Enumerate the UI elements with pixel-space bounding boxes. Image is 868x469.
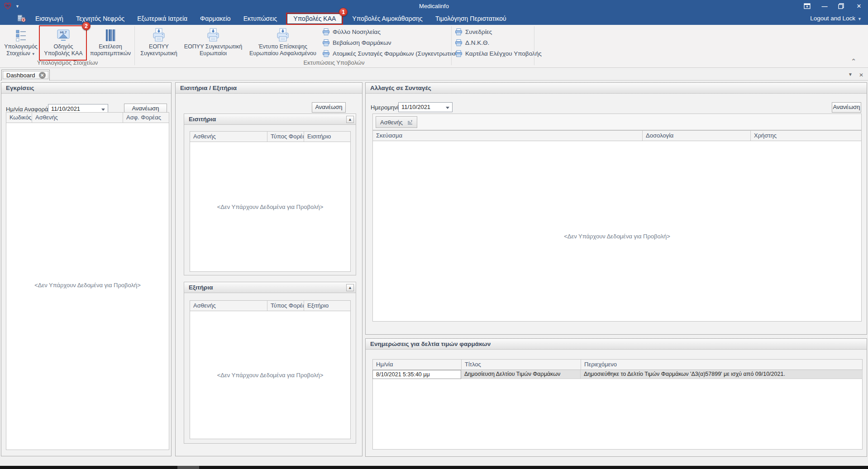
column-header[interactable]: Δοσολογία bbox=[643, 131, 751, 141]
printer-icon bbox=[455, 39, 463, 47]
collapse-icon[interactable]: ▲ bbox=[346, 116, 354, 123]
button-label: ΕΟΠΥΥ bbox=[149, 43, 169, 50]
tabstrip-close-icon[interactable]: ✕ bbox=[859, 72, 863, 78]
printer-icon bbox=[322, 50, 330, 57]
column-header[interactable]: Τίτλος bbox=[462, 360, 581, 370]
button-label: Υπολογισμός bbox=[4, 43, 37, 50]
button-label: Ευρωπαίοι bbox=[200, 50, 227, 57]
date-label: Ημ/νία Αναφοράς bbox=[6, 106, 51, 113]
subpanel-title: Εισιτήρια bbox=[184, 114, 356, 125]
ribbon-group-label-ektyposeis: Εκτυπώσεις Υποβολών bbox=[135, 59, 533, 66]
application-icon[interactable] bbox=[16, 13, 26, 23]
column-header[interactable]: Περιεχόμενο bbox=[581, 360, 862, 370]
admissions-refresh-button[interactable]: Ανανέωση bbox=[312, 102, 346, 113]
bulletin-content-cell[interactable]: Δημοσιεύθηκε το Δελτίο Τιμών Φαρμάκων 'Δ… bbox=[581, 370, 863, 379]
button-label: Ευρωπαίου Ασφαλισμένου bbox=[249, 50, 316, 57]
hl7-icon: HL7 bbox=[56, 27, 71, 43]
button-label: Συγκεντρωτική bbox=[140, 50, 177, 57]
ribbon-button-ektelesi-parapemptikon[interactable]: Εκτέλεση παραπεμπτικών bbox=[88, 27, 133, 57]
bulletin-title-cell[interactable]: Δημοσίευση Δελτίου Τιμών Φαρμάκων bbox=[461, 370, 581, 379]
ribbon-button-odigos-ypovolis-kaa[interactable]: HL7 Οδηγός Υποβολής ΚΑΑ bbox=[40, 27, 86, 57]
column-header[interactable]: Εισιτήριο bbox=[304, 132, 350, 142]
ribbon-button-ypologismos-stoixeion[interactable]: Υπολογισμός Στοιχείων▼ bbox=[2, 27, 40, 57]
maximize-restore-button[interactable] bbox=[838, 3, 845, 9]
menu-bar: Εισαγωγή Τεχνητός Νεφρός Εξωτερικά Ιατρε… bbox=[0, 12, 868, 25]
button-label: παραπεμπτικών bbox=[90, 50, 131, 57]
column-header[interactable]: Τύπος Φορέα bbox=[267, 132, 304, 142]
ribbon-button-dnkth[interactable]: Δ.Ν.Κ.Θ. bbox=[455, 39, 489, 47]
menu-tab-ypovoles-kaa-selected[interactable]: Υποβολές ΚΑΑ bbox=[287, 14, 342, 24]
ribbon-button-fyllo-nosileias[interactable]: Φύλλο Νοσηλείας bbox=[322, 28, 381, 36]
menu-tab-ektyposeis[interactable]: Εκτυπώσεις bbox=[237, 13, 284, 24]
window-controls: — ✕ bbox=[804, 3, 863, 9]
printer-icon bbox=[455, 50, 463, 57]
ribbon: Υπολογισμός Στοιχείων▼ HL7 Οδηγός Υποβολ… bbox=[0, 25, 868, 68]
panel-title: Αλλαγές σε Συνταγές bbox=[366, 83, 867, 94]
button-label: Στοιχείων▼ bbox=[6, 50, 35, 57]
column-header[interactable]: Ημ/νία bbox=[373, 360, 462, 370]
panel-admissions: Εισιτήρια / Εξιτήρια Ανανέωση Εισιτήρια … bbox=[175, 82, 362, 456]
column-header[interactable]: Ασθενής bbox=[190, 132, 267, 142]
barcode-icon bbox=[103, 27, 118, 43]
panel-title: Εισιτήρια / Εξιτήρια bbox=[176, 83, 362, 94]
chip-label: Ασθενής bbox=[380, 119, 403, 126]
column-header[interactable]: Εξιτήριο bbox=[304, 301, 350, 311]
column-header[interactable]: Σκεύασμα bbox=[373, 131, 643, 141]
minimize-button[interactable]: — bbox=[821, 3, 828, 9]
menu-tab-texnitos-nefros[interactable]: Τεχνητός Νεφρός bbox=[70, 13, 131, 24]
close-button[interactable]: ✕ bbox=[855, 3, 863, 9]
ribbon-display-options-icon[interactable] bbox=[804, 3, 811, 9]
printer-icon bbox=[322, 28, 330, 36]
printer-icon bbox=[205, 27, 221, 43]
annotation-box-tab: Υποβολές ΚΑΑ 1 bbox=[286, 13, 343, 25]
ribbon-button-vevaiosi-farmakon[interactable]: Βεβαίωση Φαρμάκων bbox=[322, 39, 391, 47]
printer-icon bbox=[275, 27, 291, 43]
column-header[interactable]: Τύπος Φορέα bbox=[267, 301, 304, 311]
menu-tab-exoterika-iatreia[interactable]: Εξωτερικά Ιατρεία bbox=[131, 13, 194, 24]
collapse-icon[interactable]: ▲ bbox=[346, 284, 354, 291]
groupby-chip-patient[interactable]: Ασθενής bbox=[376, 116, 417, 128]
panel-title: Εγκρίσεις bbox=[1, 83, 171, 94]
window-title: Medicalinfo bbox=[0, 3, 868, 9]
bulletins-grid-body[interactable] bbox=[372, 370, 863, 450]
application-window: ▼ Medicalinfo — ✕ bbox=[0, 0, 868, 469]
window-header: ▼ Medicalinfo — ✕ bbox=[0, 0, 868, 25]
column-header[interactable]: Ασθενής bbox=[32, 113, 123, 123]
bulletin-date-cell[interactable]: 8/10/2021 5:35:40 μμ bbox=[372, 370, 461, 379]
date-value: 11/10/2021 bbox=[401, 104, 430, 110]
dropdown-arrow-icon: ▼ bbox=[32, 52, 35, 56]
menu-tab-eisagogi[interactable]: Εισαγωγή bbox=[29, 13, 70, 24]
ribbon-button-eopyy-sygkentrotiki-evropaioi[interactable]: ΕΟΠΥΥ Συγκεντρωτική Ευρωπαίοι bbox=[181, 27, 245, 57]
button-label: Έντυπο Επίσκεψης bbox=[258, 43, 307, 50]
button-label: Δ.Ν.Κ.Θ. bbox=[465, 39, 489, 46]
tab-list-dropdown-icon[interactable]: ▼ bbox=[848, 72, 853, 77]
prescriptions-date-combo[interactable]: 11/10/2021 bbox=[398, 102, 453, 112]
ribbon-collapse-icon[interactable]: ⌃ bbox=[851, 57, 856, 65]
printer-icon bbox=[151, 27, 167, 43]
menu-tab-timologisi-peristatikou[interactable]: Τιμολόγηση Περιστατικού bbox=[429, 13, 513, 24]
ribbon-button-synedries[interactable]: Συνεδρίες bbox=[455, 28, 492, 36]
ribbon-button-atomikes-syntages[interactable]: Ατομικές Συνταγές Φαρμάκων (Συγκεντρωτικ… bbox=[322, 50, 459, 57]
date-label: Ημερομηνία bbox=[371, 104, 402, 111]
ribbon-button-kartela-elegxou[interactable]: Καρτέλα Ελέγχου Υποβολής bbox=[455, 50, 542, 57]
column-header[interactable]: Ασθενής bbox=[190, 301, 267, 311]
button-label: Ατομικές Συνταγές Φαρμάκων (Συγκεντρωτικ… bbox=[333, 50, 459, 57]
menu-tab-ypovoles-aimokatharsis[interactable]: Υποβολές Αιμοκάθαρσης bbox=[346, 13, 429, 24]
tab-dashboard[interactable]: Dashboard ✕ bbox=[1, 70, 50, 81]
ribbon-button-eopyy-sygkentrotiki[interactable]: ΕΟΠΥΥ Συγκεντρωτική bbox=[137, 27, 181, 57]
button-label: Βεβαίωση Φαρμάκων bbox=[333, 39, 391, 46]
prescriptions-refresh-button[interactable]: Ανανέωση bbox=[832, 102, 861, 113]
tab-close-icon[interactable]: ✕ bbox=[39, 72, 46, 79]
logout-and-lock[interactable]: Logout and Lock▼ bbox=[810, 15, 862, 22]
ribbon-button-entypo-episkepsis[interactable]: Έντυπο Επίσκεψης Ευρωπαίου Ασφαλισμένου bbox=[246, 27, 320, 57]
column-header[interactable]: Ασφ. Φορέας bbox=[123, 113, 169, 123]
prescriptions-groupby-panel: Ασθενής bbox=[372, 114, 862, 130]
menu-tab-farmakeio[interactable]: Φαρμακείο bbox=[194, 13, 237, 24]
prescriptions-grid-body[interactable] bbox=[372, 141, 862, 322]
sort-ascending-icon bbox=[407, 120, 413, 125]
column-header[interactable]: Κωδικός bbox=[6, 113, 32, 123]
date-value: 11/10/2021 bbox=[51, 105, 80, 112]
bulletin-table-row[interactable]: 8/10/2021 5:35:40 μμ Δημοσίευση Δελτίου … bbox=[372, 370, 863, 379]
column-header[interactable]: Χρήστης bbox=[751, 131, 861, 141]
panel-price-bulletins: Ενημερώσεις για δελτία τιμών φαρμάκων Ημ… bbox=[365, 338, 867, 457]
